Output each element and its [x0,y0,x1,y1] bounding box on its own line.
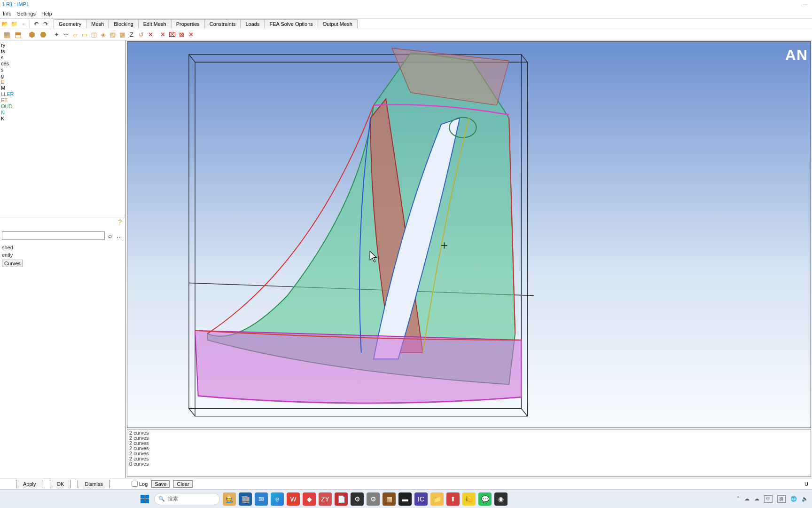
chevron-up-icon[interactable]: ˄ [737,496,740,502]
curves-button[interactable]: Curves [2,260,23,267]
taskbar-edge-icon[interactable]: e [271,492,284,506]
tree-item[interactable]: LLER [1,91,125,97]
apply-button[interactable]: Apply [16,480,43,488]
tree-item[interactable]: OUD [1,103,125,110]
surface-icon[interactable]: ▱ [71,31,79,39]
open-icon[interactable]: 📂 [0,20,9,28]
taskbar-app-icon[interactable]: 🧑‍🌾 [223,492,236,506]
tree-item[interactable]: M [1,85,125,91]
tree-item[interactable]: ces [1,61,125,67]
network-icon[interactable]: 🌐 [790,496,797,502]
pick-icon[interactable]: ⌕ [105,232,115,239]
console-line: 2 curves [129,456,809,461]
delete-surface-icon[interactable]: ⌧ [168,31,176,39]
taskbar-app-icon[interactable]: ◆ [303,492,316,506]
taskbar-search[interactable]: 🔍 搜索 [154,493,220,505]
repair-icon[interactable]: ▨ [109,31,117,39]
tree-item[interactable]: ts [1,48,125,55]
toolbar-geometry-row: ▦ ⬒ ⬢ ⬣ ✦ 〰 ▱ ▭ ◫ ◈ ▨ ▩ Z ↺ ✕ ✕ ⌧ ⊠ ✕ [0,29,812,40]
tab-blocking[interactable]: Blocking [109,19,139,28]
body-icon[interactable]: ▦ [1,30,12,40]
tree-item[interactable]: ET [1,97,125,103]
solid2-icon[interactable]: ⬣ [38,30,48,40]
faceted-icon[interactable]: ◈ [99,31,108,39]
taskbar-store-icon[interactable]: 🏬 [239,492,252,506]
new-icon[interactable]: ▫ [19,20,28,28]
taskbar-settings-icon[interactable]: ⚙ [367,492,380,506]
console-line: 2 curves [129,446,809,451]
transform-icon[interactable]: ▩ [118,31,126,39]
curve-icon[interactable]: 〰 [62,31,70,39]
tab-loads[interactable]: Loads [240,19,265,28]
tab-mesh[interactable]: Mesh [86,19,109,28]
more-icon[interactable]: … [115,233,124,238]
save-log-button[interactable]: Save [151,480,170,488]
delete-curve-icon[interactable]: ✕ [158,31,167,39]
tree-item[interactable]: N [1,110,125,116]
redo-icon[interactable]: ↷ [41,20,50,28]
z-icon[interactable]: Z [127,31,136,39]
tree-item[interactable]: g [1,73,125,79]
log-checkbox[interactable]: Log [132,481,148,487]
clear-log-button[interactable]: Clear [173,480,192,488]
left-panel: ry ts s ces s g E M LLER ET OUD N K ? ⌕ … [0,40,126,478]
taskbar-wps-icon[interactable]: W [287,492,300,506]
tree-item[interactable]: s [1,55,125,61]
taskbar-obs-icon[interactable]: ⚙ [351,492,364,506]
taskbar-app-icon[interactable]: ⬆ [446,492,460,506]
dismiss-button[interactable]: Dismiss [78,480,110,488]
delete-any-icon[interactable]: ✕ [187,31,195,39]
help-icon[interactable]: ? [118,218,122,226]
search-input[interactable] [2,231,105,240]
cloud-icon[interactable]: ☁ [744,496,750,502]
ok-button[interactable]: OK [50,480,71,488]
import-icon[interactable]: ⬒ [13,30,23,40]
message-console[interactable]: 2 curves 2 curves 2 curves 2 curves 2 cu… [127,429,811,477]
taskbar-zy-icon[interactable]: ZY [319,492,332,506]
point-icon[interactable]: ✦ [52,31,61,39]
taskbar-mail-icon[interactable]: ✉ [255,492,268,506]
tree-item[interactable]: K [1,116,125,122]
cube-icon[interactable]: ◫ [90,31,98,39]
taskbar-app-icon[interactable]: ▦ [383,492,396,506]
minimize-icon[interactable]: — [801,1,810,7]
onedrive-icon[interactable]: ☁ [754,496,759,502]
tree-item[interactable]: ry [1,42,125,48]
undo-icon[interactable]: ↶ [32,20,40,28]
tab-geometry[interactable]: Geometry [54,19,86,28]
menu-settings[interactable]: Settings [17,11,36,16]
delete-point-icon[interactable]: ✕ [146,31,155,39]
tab-edit-mesh[interactable]: Edit Mesh [138,19,172,28]
taskbar-terminal-icon[interactable]: ▬ [398,492,412,506]
menu-info[interactable]: Info [3,11,11,16]
taskbar-app-icon[interactable]: 🍋 [462,492,476,506]
box-icon[interactable]: ▭ [80,31,89,39]
ime-lang[interactable]: 中 [764,495,773,503]
tab-fea-solve-options[interactable]: FEA Solve Options [264,19,318,28]
svg-line-4 [189,409,195,416]
console-line: 2 curves [129,430,809,436]
save-icon[interactable]: 📁 [10,20,18,28]
viewport-3d[interactable]: AN [127,41,811,428]
model-tree[interactable]: ry ts s ces s g E M LLER ET OUD N K [0,40,125,217]
tab-constraints[interactable]: Constraints [204,19,241,28]
tab-output-mesh[interactable]: Output Mesh [318,19,358,28]
taskbar-chrome-icon[interactable]: ◉ [494,492,508,506]
volume-icon[interactable]: 🔈 [802,496,808,502]
delete-body-icon[interactable]: ⊠ [177,31,186,39]
menu-help[interactable]: Help [41,11,52,16]
tab-properties[interactable]: Properties [171,19,205,28]
taskbar-icem-icon[interactable]: IC [414,492,428,506]
system-tray[interactable]: ˄ ☁ ☁ 中 拼 🌐 🔈 [737,495,808,503]
solid-icon[interactable]: ⬢ [27,30,37,40]
tree-item[interactable]: E [1,79,125,85]
tree-item[interactable]: s [1,67,125,73]
taskbar: 🔍 搜索 🧑‍🌾 🏬 ✉ e W ◆ ZY 📄 ⚙ ⚙ ▦ ▬ IC 📁 ⬆ 🍋… [0,489,812,508]
taskbar-pdf-icon[interactable]: 📄 [335,492,348,506]
start-button[interactable] [138,492,151,506]
ime-mode[interactable]: 拼 [777,495,786,503]
taskbar-explorer-icon[interactable]: 📁 [430,492,444,506]
taskbar-wechat-icon[interactable]: 💬 [478,492,492,506]
menubar: Info Settings Help [0,8,812,19]
restore-icon[interactable]: ↺ [137,31,145,39]
